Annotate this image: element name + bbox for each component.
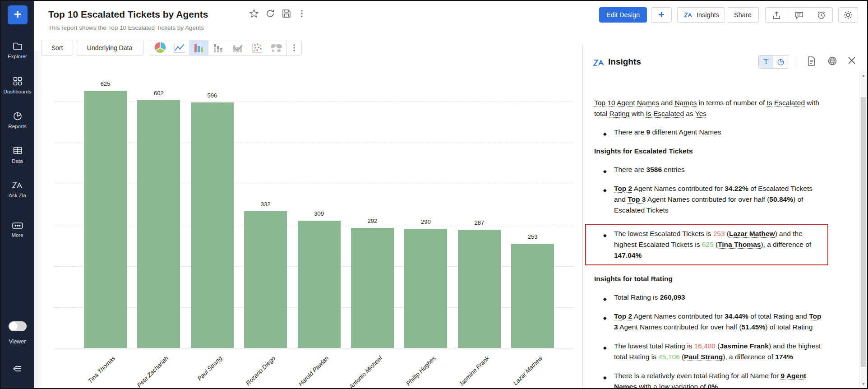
chart-type-map-button[interactable]	[267, 40, 286, 55]
chart-bar[interactable]	[298, 221, 341, 348]
settings-button[interactable]	[838, 7, 858, 23]
sidebar-item-data[interactable]: Data	[1, 145, 34, 164]
scroll-down-arrow[interactable]: ▼	[860, 382, 867, 386]
sidebar-item-label: Ask Zia	[1, 193, 34, 198]
insight-term-link[interactable]: Lazar Mathew	[729, 230, 775, 237]
zia-icon	[1, 181, 34, 190]
export-button[interactable]	[766, 8, 788, 22]
gridline	[54, 143, 573, 143]
favorite-star-icon[interactable]	[249, 9, 260, 19]
edit-design-button[interactable]: Edit Design	[599, 7, 647, 23]
chart-bar[interactable]	[351, 228, 394, 348]
export-icon	[772, 10, 781, 20]
chart-bar[interactable]	[191, 102, 234, 348]
comments-button[interactable]	[788, 8, 810, 22]
title-more-menu-icon[interactable]	[297, 9, 308, 19]
insights-text-view-button[interactable]: T	[759, 56, 773, 68]
sidebar-item-reports[interactable]: Reports	[1, 111, 34, 129]
scrollbar-thumb[interactable]	[861, 97, 866, 367]
insight-term-link[interactable]: Paul Strang	[684, 353, 723, 361]
insight-term-link[interactable]: Names	[674, 99, 697, 107]
insight-text: ) of total Rating	[765, 323, 813, 331]
insight-text: 147.04%	[614, 251, 642, 259]
insight-term-link[interactable]: Jasmine Frank	[720, 342, 769, 350]
insight-text: 34.22%	[725, 185, 748, 192]
gridline	[54, 102, 573, 102]
insight-term-link[interactable]: Is Escalated	[646, 110, 684, 117]
insights-panel: Insights T Top 10 Agent Names and Names …	[582, 45, 867, 388]
insights-chart-view-button[interactable]	[773, 56, 788, 68]
insight-term-link[interactable]: Is Escalated	[767, 99, 805, 107]
add-report-button[interactable]: +	[651, 7, 672, 23]
insight-term-link[interactable]: Top 3	[628, 195, 646, 203]
scroll-up-arrow[interactable]: ▲	[860, 73, 867, 78]
chart-bar[interactable]	[511, 244, 554, 348]
insights-report-icon[interactable]	[807, 56, 817, 67]
sort-button[interactable]: Sort	[41, 40, 73, 56]
chart-bar[interactable]	[404, 229, 447, 348]
underlying-data-button[interactable]: Underlying Data	[76, 40, 143, 56]
close-panel-icon[interactable]	[847, 56, 858, 67]
insight-intro: Top 10 Agent Names and Names in terms of…	[594, 97, 822, 119]
chart-type-more-button[interactable]	[286, 40, 301, 55]
viewer-label: Viewer	[1, 338, 34, 345]
zia-icon	[592, 58, 606, 70]
sidebar-item-dashboards[interactable]: Dashboards	[1, 76, 34, 94]
chart-bar[interactable]	[458, 230, 501, 348]
x-axis-label: Jasmine Frank	[457, 355, 490, 388]
insight-text: 51.45%	[742, 323, 766, 331]
insight-text: 0%	[708, 383, 718, 389]
insight-text: (	[714, 241, 718, 248]
insight-term-link[interactable]: Top 2	[614, 312, 632, 320]
chart-type-bar-line-button[interactable]	[228, 40, 247, 55]
insights-content: Top 10 Agent Names and Names in terms of…	[594, 97, 822, 389]
language-globe-icon[interactable]	[827, 56, 838, 67]
collapse-sidebar-button[interactable]	[1, 363, 34, 376]
insight-text: in terms of number of	[697, 99, 767, 107]
bar-chart-plot-area: 625602596332309292290287253	[54, 63, 573, 348]
insight-term-link[interactable]: Top 10	[594, 99, 615, 107]
sidebar-item-label: Dashboards	[1, 89, 34, 94]
x-axis-label: Pete Zachariah	[136, 355, 170, 389]
insight-term-link[interactable]: Tina Thomas	[718, 241, 761, 248]
chart-type-stacked-bar-button[interactable]	[208, 40, 228, 55]
kebab-menu-icon	[290, 43, 298, 53]
insight-term-link[interactable]: Rating	[609, 110, 630, 117]
insight-text: 174%	[775, 353, 793, 361]
pie-view-icon	[776, 58, 785, 66]
bullet-diamond-icon: ◆	[603, 343, 607, 353]
chart-bar[interactable]	[244, 211, 287, 348]
refresh-icon[interactable]	[265, 9, 276, 19]
bullet-diamond-icon: ◆	[603, 294, 607, 305]
page-subtitle: This report shows the Top 10 Escalated T…	[48, 24, 204, 31]
chart-bar[interactable]	[84, 91, 127, 348]
chart-bar[interactable]	[137, 100, 180, 348]
save-icon[interactable]	[282, 9, 292, 19]
insights-scrollbar[interactable]: ▲ ▼	[859, 71, 867, 388]
chart-type-pie-button[interactable]	[150, 40, 170, 55]
insight-term-link[interactable]: Yes	[695, 110, 706, 117]
x-axis-label: Antonio Micheal	[348, 355, 384, 389]
bullet-diamond-icon: ◆	[603, 166, 607, 177]
schedule-button[interactable]	[810, 8, 832, 22]
bar-value-label: 625	[70, 80, 140, 87]
sidebar-item-explorer[interactable]: Explorer	[1, 41, 34, 59]
insight-text: ), a difference of	[761, 241, 811, 248]
insight-term-link[interactable]: Top 2	[614, 185, 632, 192]
gear-icon	[843, 10, 853, 20]
share-button[interactable]: Share	[727, 7, 759, 23]
chart-type-bar-button-selected[interactable]	[189, 40, 208, 55]
viewer-toggle[interactable]	[9, 321, 27, 331]
insight-term-link[interactable]: Agent Names	[617, 99, 659, 107]
chart-type-line-button[interactable]	[170, 40, 189, 55]
line-chart-icon	[173, 42, 186, 53]
insights-button[interactable]: Insights	[677, 7, 725, 23]
insight-text: as	[684, 110, 695, 117]
chart-type-scatter-button[interactable]	[247, 40, 267, 55]
insight-bullet: ◆The lowest total Rating is 16,480 (Jasm…	[594, 341, 822, 362]
insight-text: different Agent Names	[650, 128, 721, 136]
create-new-button[interactable]: +	[8, 5, 28, 24]
x-axis-labels: Tina ThomasPete ZachariahPaul StrangRoza…	[54, 349, 573, 388]
sidebar-item-more[interactable]: More	[1, 221, 34, 238]
sidebar-item-ask-zia[interactable]: Ask Zia	[1, 181, 34, 198]
